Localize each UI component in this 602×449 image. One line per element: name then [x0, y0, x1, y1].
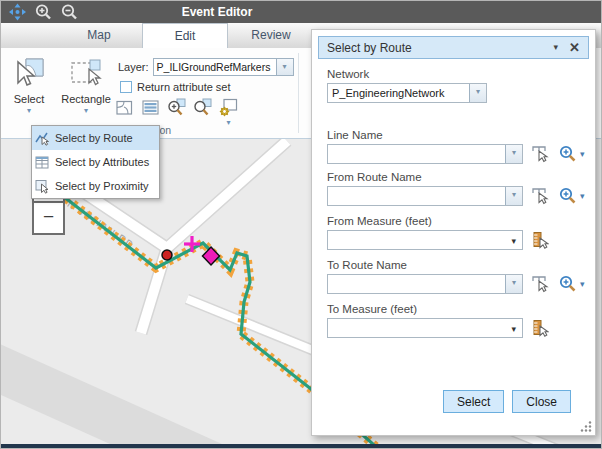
- to-measure-value: [328, 319, 522, 337]
- tab-edit[interactable]: Edit: [142, 23, 228, 48]
- tab-review[interactable]: Review: [228, 23, 314, 48]
- selection-options-button[interactable]: ▾: [219, 98, 238, 126]
- rectangle-tool-label: Rectangle: [61, 93, 111, 105]
- zoom-pick-icon: [559, 145, 577, 163]
- selection-options-icon: [219, 98, 238, 117]
- from-route-select-value: [328, 187, 505, 205]
- route-select-icon: [35, 131, 50, 146]
- to-measure-map-pick-icon[interactable]: [531, 319, 549, 337]
- from-measure-value: [328, 231, 522, 249]
- from-measure-label: From Measure (feet): [327, 215, 595, 227]
- to-route-select-value: [328, 275, 505, 293]
- zoom-pick-caret-icon[interactable]: ▾: [580, 191, 585, 201]
- network-select-caret-icon[interactable]: ▾: [469, 84, 486, 102]
- line-name-select-value: [328, 145, 505, 163]
- to-route-select[interactable]: ▾: [327, 274, 523, 294]
- from-measure-combo[interactable]: ▾: [327, 230, 523, 250]
- network-select-value: P_EngineeringNetwork: [328, 84, 469, 102]
- tab-map[interactable]: Map: [56, 23, 142, 48]
- from-measure-caret-icon[interactable]: ▾: [511, 236, 516, 246]
- to-measure-combo[interactable]: ▾: [327, 318, 523, 338]
- attributes-select-icon: [35, 155, 50, 170]
- proximity-select-icon: [35, 179, 50, 194]
- menu-item-label: Select by Proximity: [55, 180, 149, 192]
- from-route-label: From Route Name: [327, 171, 595, 183]
- layer-select-caret-icon[interactable]: ▾: [276, 59, 293, 75]
- select-by-route-panel: Select by Route ▾ ✕ Network P_Engineerin…: [311, 29, 596, 436]
- select-tool-menu: Select by Route Select by Attributes Sel…: [31, 125, 160, 199]
- line-name-select-caret-icon[interactable]: ▾: [505, 145, 522, 163]
- panel-titlebar: Select by Route ▾ ✕: [318, 36, 589, 59]
- network-label: Network: [327, 68, 595, 80]
- line-name-label: Line Name: [327, 129, 595, 141]
- from-route-select[interactable]: ▾: [327, 186, 523, 206]
- from-route-select-caret-icon[interactable]: ▾: [505, 187, 522, 205]
- select-tool-caret-icon[interactable]: ▾: [27, 107, 31, 114]
- app-title: Event Editor: [171, 5, 263, 19]
- selection-attributes-icon[interactable]: [141, 98, 160, 117]
- zoom-pick-caret-icon[interactable]: ▾: [580, 149, 585, 159]
- rectangle-tool-caret-icon[interactable]: ▾: [84, 107, 88, 114]
- to-measure-label: To Measure (feet): [327, 303, 595, 315]
- zoom-pick-icon: [559, 187, 577, 205]
- select-button[interactable]: Select: [443, 390, 504, 413]
- map-zoom-out-button[interactable]: −: [32, 203, 65, 235]
- panel-title: Select by Route: [319, 41, 412, 55]
- menu-item-select-by-route[interactable]: Select by Route: [32, 126, 159, 150]
- line-name-zoom-button[interactable]: ▾: [559, 145, 585, 163]
- to-route-zoom-button[interactable]: ▾: [559, 275, 585, 293]
- network-select[interactable]: P_EngineeringNetwork ▾: [327, 83, 487, 103]
- selection-shape-icon[interactable]: [115, 98, 134, 117]
- from-route-zoom-button[interactable]: ▾: [559, 187, 585, 205]
- to-route-label: To Route Name: [327, 259, 595, 271]
- zoom-to-selection-icon[interactable]: [167, 98, 186, 117]
- menu-item-label: Select by Attributes: [55, 156, 149, 168]
- zoom-pick-icon: [559, 275, 577, 293]
- pan-to-selection-icon[interactable]: [193, 98, 212, 117]
- zoom-in-icon[interactable]: [34, 3, 53, 21]
- rectangle-tool-icon: [69, 56, 103, 90]
- titlebar: Event Editor: [1, 1, 602, 23]
- layer-select-value: P_ILIGroundRefMarkers: [154, 59, 276, 75]
- menu-item-select-by-attributes[interactable]: Select by Attributes: [32, 150, 159, 174]
- panel-collapse-icon[interactable]: ▾: [553, 42, 558, 52]
- return-attribute-checkbox[interactable]: [120, 81, 132, 93]
- select-tool-icon: [12, 56, 46, 90]
- menu-item-label: Select by Route: [55, 132, 133, 144]
- event-editor-window: Event Editor Map Edit Review Select ▾ Re…: [0, 0, 602, 449]
- to-route-map-pick-icon[interactable]: [531, 275, 549, 293]
- panel-close-icon[interactable]: ✕: [569, 40, 580, 55]
- zoom-pick-caret-icon[interactable]: ▾: [580, 279, 585, 289]
- panel-body: Network P_EngineeringNetwork ▾ Line Name…: [312, 59, 595, 338]
- to-measure-caret-icon[interactable]: ▾: [511, 324, 516, 334]
- rectangle-tool-button[interactable]: Rectangle ▾: [58, 56, 114, 114]
- menu-item-select-by-proximity[interactable]: Select by Proximity: [32, 174, 159, 198]
- to-route-select-caret-icon[interactable]: ▾: [505, 275, 522, 293]
- layer-label: Layer:: [118, 61, 149, 73]
- line-name-select[interactable]: ▾: [327, 144, 523, 164]
- select-tool-button[interactable]: Select ▾: [6, 56, 52, 114]
- select-tool-label: Select: [14, 93, 45, 105]
- return-attribute-label: Return attribute set: [137, 81, 231, 93]
- ribbon-separator: [298, 53, 299, 133]
- from-route-map-pick-icon[interactable]: [531, 187, 549, 205]
- zoom-out-icon[interactable]: [60, 3, 79, 21]
- panel-resize-grip[interactable]: [580, 420, 592, 432]
- line-name-map-pick-icon[interactable]: [531, 145, 549, 163]
- close-button[interactable]: Close: [512, 390, 571, 413]
- event-marker-circle: [162, 250, 172, 260]
- bottom-bar: [1, 444, 602, 449]
- from-measure-map-pick-icon[interactable]: [531, 231, 549, 249]
- pan-icon[interactable]: [8, 3, 27, 21]
- layer-select[interactable]: P_ILIGroundRefMarkers ▾: [153, 58, 294, 76]
